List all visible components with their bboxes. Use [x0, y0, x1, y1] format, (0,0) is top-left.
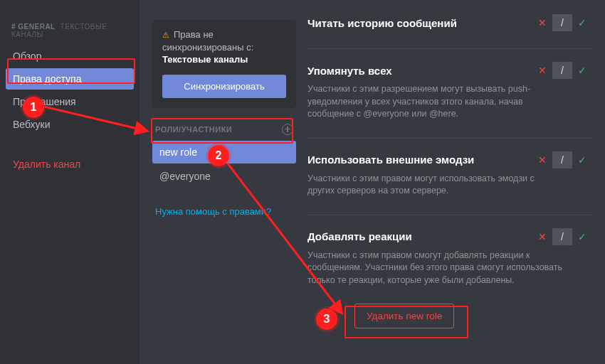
app-frame: # GENERAL ТЕКСТОВЫЕ КАНАЛЫ Обзор Права д… — [0, 0, 605, 364]
svg-line-1 — [228, 164, 342, 313]
svg-line-0 — [44, 107, 147, 131]
overlay-arrows — [0, 0, 605, 364]
